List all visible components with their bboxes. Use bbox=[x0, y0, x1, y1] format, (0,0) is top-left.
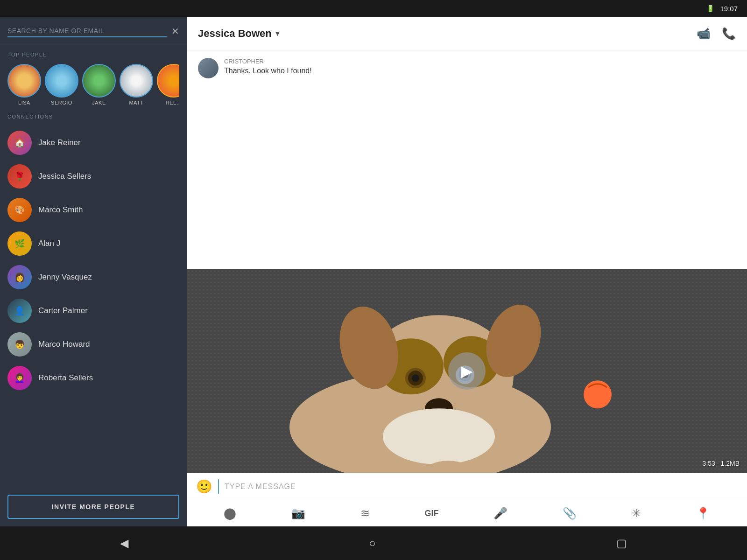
avatar-marco-smith: 🎨 bbox=[7, 198, 32, 222]
video-meta: 3:53 · 1.2MB bbox=[703, 460, 740, 467]
connections-section: CONNECTIONS 🏠 Jake Reiner 🌹 Jessica Sell… bbox=[0, 110, 187, 489]
conn-name-marco-smith: Marco Smith bbox=[38, 205, 83, 215]
avatar-lisa bbox=[7, 64, 41, 98]
top-person-name-jake: JAKE bbox=[92, 100, 106, 105]
conn-name-jake-reiner: Jake Reiner bbox=[38, 138, 81, 147]
video-call-icon[interactable]: 📹 bbox=[697, 27, 711, 40]
play-button[interactable]: ▶ bbox=[448, 352, 486, 390]
top-person-lisa[interactable]: LISA bbox=[7, 64, 41, 105]
message-text: Thanks. Look who I found! bbox=[224, 67, 736, 75]
conn-name-marco-howard: Marco Howard bbox=[38, 340, 90, 349]
chat-title[interactable]: Jessica Bowen ▾ bbox=[198, 28, 279, 40]
conn-name-jessica-sellers: Jessica Sellers bbox=[38, 172, 91, 181]
svg-point-17 bbox=[383, 408, 495, 464]
top-people-list: LISA SERGIO JAKE MATT HEL… bbox=[7, 64, 179, 105]
gif-icon[interactable]: GIF bbox=[421, 507, 443, 520]
conn-name-alan-j: Alan J bbox=[38, 239, 60, 248]
input-divider bbox=[218, 479, 219, 494]
top-person-hel[interactable]: HEL… bbox=[157, 64, 179, 105]
close-icon[interactable]: ✕ bbox=[171, 26, 179, 37]
top-person-name-lisa: LISA bbox=[18, 100, 30, 105]
conn-name-carter-palmer: Carter Palmer bbox=[38, 306, 88, 315]
avatar-alan-j: 🌿 bbox=[7, 231, 32, 256]
chat-messages: CRISTOPHER Thanks. Look who I found! bbox=[187, 50, 747, 269]
connection-jenny-vasquez[interactable]: 👩 Jenny Vasquez bbox=[7, 260, 179, 294]
attachment-icon[interactable]: 📎 bbox=[559, 505, 580, 522]
status-time: 19:07 bbox=[720, 5, 738, 13]
top-person-jake[interactable]: JAKE bbox=[82, 64, 116, 105]
message-group: CRISTOPHER Thanks. Look who I found! bbox=[198, 58, 736, 78]
bottom-toolbar: ⬤ 📷 ≋ GIF 🎤 📎 ✳ 📍 bbox=[187, 500, 747, 526]
avatar-jake-top bbox=[82, 64, 116, 98]
chat-contact-name: Jessica Bowen bbox=[198, 28, 272, 40]
app-container: ✕ TOP PEOPLE LISA SERGIO JAKE bbox=[0, 17, 747, 526]
top-person-name-matt: MATT bbox=[129, 100, 143, 105]
search-bar: ✕ bbox=[0, 17, 187, 44]
phone-call-icon[interactable]: 📞 bbox=[722, 27, 736, 40]
avatar-carter-palmer: 👤 bbox=[7, 299, 32, 323]
microphone-icon[interactable]: 🎤 bbox=[490, 505, 511, 522]
top-person-matt[interactable]: MATT bbox=[120, 64, 153, 105]
chat-actions: 📹 📞 bbox=[697, 27, 736, 40]
chevron-down-icon: ▾ bbox=[275, 29, 279, 38]
avatar-jessica-sellers: 🌹 bbox=[7, 164, 32, 189]
recent-apps-button[interactable]: ▢ bbox=[616, 537, 627, 550]
top-person-name-hel: HEL… bbox=[166, 100, 179, 105]
sender-name: CRISTOPHER bbox=[224, 58, 736, 65]
search-input[interactable] bbox=[7, 25, 167, 37]
draw-icon[interactable]: ≋ bbox=[357, 505, 374, 522]
invite-more-people-button[interactable]: INVITE MORE PEOPLE bbox=[7, 495, 179, 519]
message-content: CRISTOPHER Thanks. Look who I found! bbox=[224, 58, 736, 75]
connection-jake-reiner[interactable]: 🏠 Jake Reiner bbox=[7, 126, 179, 160]
top-person-name-sergio: SERGIO bbox=[51, 100, 72, 105]
top-people-label: TOP PEOPLE bbox=[7, 52, 179, 57]
avatar-hel bbox=[157, 64, 179, 98]
avatar-sergio bbox=[45, 64, 78, 98]
sender-avatar bbox=[198, 58, 218, 78]
chat-area: Jessica Bowen ▾ 📹 📞 CRISTOPHER Thanks. L… bbox=[187, 17, 747, 526]
connections-label: CONNECTIONS bbox=[7, 114, 179, 119]
message-input[interactable] bbox=[225, 483, 738, 491]
svg-point-10 bbox=[412, 374, 419, 382]
connection-marco-smith[interactable]: 🎨 Marco Smith bbox=[7, 193, 179, 227]
avatar-jenny-vasquez: 👩 bbox=[7, 265, 32, 289]
avatar-marco-howard: 👦 bbox=[7, 332, 32, 357]
home-button[interactable]: ○ bbox=[369, 537, 376, 550]
connection-alan-j[interactable]: 🌿 Alan J bbox=[7, 227, 179, 260]
avatar-roberta-sellers: 👩‍🦱 bbox=[7, 366, 32, 390]
camera-icon[interactable]: 📷 bbox=[288, 505, 309, 522]
avatar-matt bbox=[120, 64, 153, 98]
message-input-area: 🙂 bbox=[187, 473, 747, 500]
status-bar: 🔋 19:07 bbox=[0, 0, 747, 17]
connection-marco-howard[interactable]: 👦 Marco Howard bbox=[7, 328, 179, 361]
avatar-jake-reiner: 🏠 bbox=[7, 131, 32, 155]
connection-jessica-sellers[interactable]: 🌹 Jessica Sellers bbox=[7, 160, 179, 193]
sidebar: ✕ TOP PEOPLE LISA SERGIO JAKE bbox=[0, 17, 187, 526]
effects-icon[interactable]: ✳ bbox=[628, 505, 645, 522]
connection-carter-palmer[interactable]: 👤 Carter Palmer bbox=[7, 294, 179, 328]
top-person-sergio[interactable]: SERGIO bbox=[45, 64, 78, 105]
battery-icon: 🔋 bbox=[706, 5, 714, 12]
video-container[interactable]: ▶ 3:53 · 1.2MB bbox=[187, 269, 747, 473]
top-people-section: TOP PEOPLE LISA SERGIO JAKE MATT bbox=[0, 44, 187, 110]
conn-name-jenny-vasquez: Jenny Vasquez bbox=[38, 273, 92, 282]
conn-name-roberta-sellers: Roberta Sellers bbox=[38, 373, 93, 383]
sticker-icon[interactable]: ⬤ bbox=[220, 505, 240, 522]
nav-bar: ◀ ○ ▢ bbox=[0, 526, 747, 560]
back-button[interactable]: ◀ bbox=[120, 537, 128, 550]
chat-header: Jessica Bowen ▾ 📹 📞 bbox=[187, 17, 747, 50]
emoji-icon[interactable]: 🙂 bbox=[196, 479, 212, 494]
location-icon[interactable]: 📍 bbox=[692, 505, 714, 522]
connection-roberta-sellers[interactable]: 👩‍🦱 Roberta Sellers bbox=[7, 361, 179, 395]
